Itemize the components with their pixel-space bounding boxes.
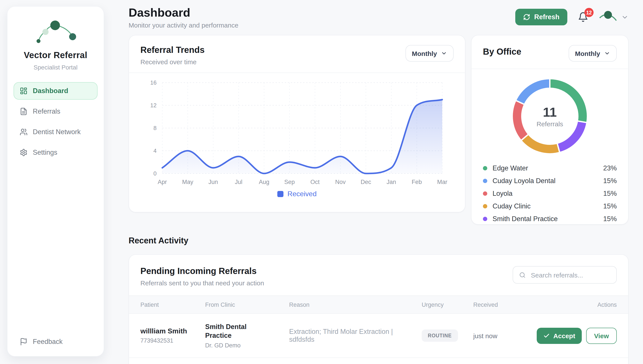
svg-text:Jun: Jun	[208, 179, 218, 185]
flag-icon	[20, 338, 28, 346]
col-urgency: Urgency	[422, 301, 473, 308]
svg-text:Apr: Apr	[158, 179, 167, 185]
sidebar-item-feedback[interactable]: Feedback	[20, 338, 63, 346]
card-divider	[472, 68, 628, 69]
svg-text:Jan: Jan	[387, 179, 396, 185]
svg-text:16: 16	[150, 79, 157, 86]
table-header: Patient From Clinic Reason Urgency Recei…	[129, 296, 628, 314]
col-received: Received	[473, 301, 534, 308]
trends-period-value: Monthly	[412, 50, 437, 57]
search-referrals-input[interactable]	[530, 271, 610, 279]
urgency-cell: ROUTINE	[422, 330, 473, 342]
svg-text:Jul: Jul	[235, 179, 242, 185]
svg-text:Feb: Feb	[412, 179, 422, 185]
referral-trends-title: Referral Trends	[140, 45, 204, 55]
by-office-head: By Office Monthly	[472, 36, 628, 68]
legend-dot	[483, 204, 487, 208]
view-label: View	[594, 332, 609, 339]
legend-item: Cuday Loyola Dental 15%	[483, 174, 617, 187]
actions-cell: Accept View	[534, 328, 617, 344]
legend-item: Cuday Clinic 15%	[483, 200, 617, 212]
office-legend: Edge Water 23% Cuday Loyola Dental 15% L…	[472, 161, 628, 224]
sidebar-item-dentist-network[interactable]: Dentist Network	[14, 123, 98, 141]
page-subtitle: Monitor your activity and performance	[129, 22, 238, 29]
donut-chart: 11 Referrals	[510, 77, 589, 156]
urgency-badge: ROUTINE	[422, 330, 458, 342]
clinic-name: Smith Dental Practice	[205, 322, 262, 340]
top-header: Dashboard Monitor your activity and perf…	[129, 0, 628, 35]
sidebar-item-label: Settings	[33, 148, 57, 156]
chevron-down-icon	[604, 50, 610, 56]
by-office-period-select[interactable]: Monthly	[568, 45, 617, 62]
referral-reason: Extraction; Third Molar Extraction | sdf…	[289, 328, 422, 344]
users-icon	[20, 128, 28, 136]
svg-text:Dec: Dec	[361, 179, 371, 185]
referral-trends-card: Referral Trends Received over time Month…	[129, 35, 465, 212]
line-chart-svg: 0481216AprMayJunJulAugSepOctNovDecJanFeb…	[140, 76, 454, 186]
patient-cell: willliam Smith 7739432531	[140, 327, 205, 344]
pending-head: Pending Incoming Referrals Referrals sen…	[129, 255, 628, 296]
svg-text:May: May	[182, 179, 194, 185]
view-button[interactable]: View	[586, 328, 617, 344]
refresh-icon	[523, 14, 530, 20]
svg-text:Nov: Nov	[335, 179, 346, 185]
accept-label: Accept	[553, 332, 575, 339]
search-icon	[519, 271, 526, 278]
svg-text:Mar: Mar	[437, 179, 448, 185]
legend-item: Smith Dental Practice 15%	[483, 212, 617, 224]
pending-title: Pending Incoming Referrals	[140, 266, 264, 276]
feedback-label: Feedback	[33, 338, 63, 346]
sidebar-item-label: Dentist Network	[33, 128, 81, 136]
brand-title: Vector Referral	[8, 50, 104, 60]
sidebar-item-dashboard[interactable]: Dashboard	[14, 82, 98, 100]
brand-subtitle: Specialist Portal	[8, 64, 104, 71]
sidebar-item-label: Referrals	[33, 108, 60, 115]
received-time: just now	[473, 332, 534, 339]
patient-name: willliam Smith	[140, 327, 205, 335]
app: Vector Referral Specialist Portal Dashbo…	[0, 0, 643, 364]
recent-activity-title: Recent Activity	[129, 236, 628, 246]
sidebar-item-referrals[interactable]: Referrals	[14, 103, 98, 120]
table-row: willliam Smith 7739432531 Smith Dental P…	[129, 314, 628, 358]
legend-dot	[483, 191, 487, 196]
by-office-period-value: Monthly	[575, 50, 600, 57]
clinic-cell: Smith Dental Practice Dr. GD Demo	[205, 322, 289, 349]
page-title: Dashboard	[129, 6, 238, 19]
chart-legend: Received	[140, 190, 454, 198]
col-from-clinic: From Clinic	[205, 301, 289, 308]
donut-total-value: 11	[543, 105, 557, 119]
sidebar-item-settings[interactable]: Settings	[14, 144, 98, 161]
sidebar-nav: Dashboard Referrals Dentist Network Sett…	[14, 82, 98, 161]
legend-dot	[483, 178, 487, 183]
legend-item: Loyola 15%	[483, 187, 617, 200]
search-referrals-box	[513, 266, 617, 284]
check-icon	[543, 332, 550, 339]
svg-text:8: 8	[154, 125, 157, 131]
legend-dot	[483, 166, 487, 170]
dashboard-cards-row: Referral Trends Received over time Month…	[129, 35, 628, 224]
line-chart: 0481216AprMayJunJulAugSepOctNovDecJanFeb…	[129, 73, 465, 198]
notifications-button[interactable]: 12	[578, 12, 588, 22]
by-office-title: By Office	[483, 47, 521, 57]
chevron-down-icon	[621, 13, 628, 21]
user-menu[interactable]	[599, 10, 628, 24]
accept-button[interactable]: Accept	[537, 328, 582, 344]
brand: Vector Referral Specialist Portal	[8, 6, 104, 71]
by-office-card: By Office Monthly 11 Referrals	[471, 35, 628, 224]
vector-referral-logo-icon	[34, 20, 77, 45]
svg-text:4: 4	[154, 148, 157, 154]
avatar	[599, 10, 617, 24]
trends-period-select[interactable]: Monthly	[405, 45, 454, 62]
referral-trends-subtitle: Received over time	[140, 58, 204, 66]
main-content: Dashboard Monitor your activity and perf…	[129, 0, 628, 364]
legend-item: Edge Water 23%	[483, 162, 617, 174]
header-controls: Refresh 12	[515, 9, 628, 25]
refresh-button[interactable]: Refresh	[515, 9, 567, 25]
sidebar: Vector Referral Specialist Portal Dashbo…	[7, 6, 104, 356]
donut-total-label: Referrals	[536, 120, 563, 128]
legend-dot	[483, 216, 487, 221]
svg-text:Sep: Sep	[284, 179, 295, 185]
col-patient: Patient	[140, 301, 205, 308]
svg-text:0: 0	[154, 170, 157, 177]
legend-label: Received	[287, 190, 316, 198]
